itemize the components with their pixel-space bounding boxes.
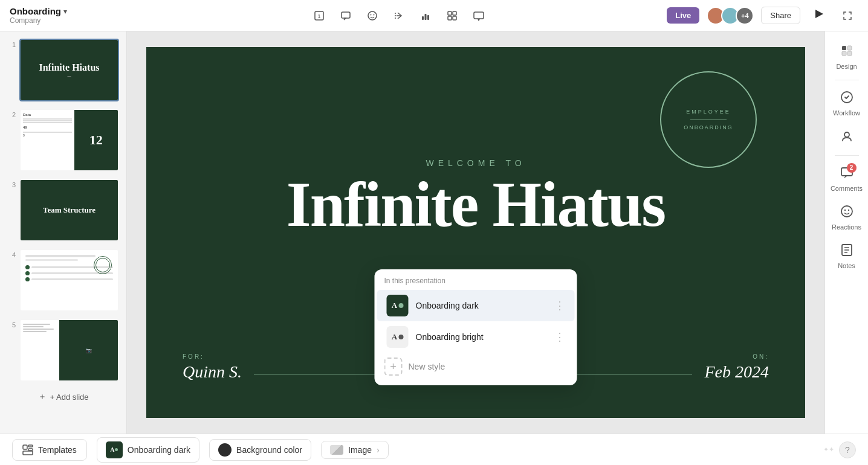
design-label: Design xyxy=(836,63,857,70)
slide2-right: 12 xyxy=(74,110,118,170)
slide3-title: Team Structure xyxy=(43,205,96,215)
svg-rect-7 xyxy=(424,14,426,20)
canvas-on-value: Feb 2024 xyxy=(704,362,769,382)
comments-label: Comments xyxy=(831,185,863,192)
reactions-label: Reactions xyxy=(832,223,861,231)
slide-thumb-5: 📷 xyxy=(19,319,119,382)
popup-plus-icon: + xyxy=(384,358,403,376)
templates-icon xyxy=(22,444,33,455)
svg-rect-15 xyxy=(842,46,846,50)
color-circle-icon xyxy=(218,443,232,457)
templates-label: Templates xyxy=(38,445,77,455)
sidebar-workflow2-btn[interactable] xyxy=(830,124,864,150)
svg-marker-14 xyxy=(815,10,823,18)
grid-btn[interactable] xyxy=(441,5,463,27)
comments-icon: 2 xyxy=(840,165,854,182)
expand-btn[interactable] xyxy=(837,5,858,27)
canvas-for-block: FOR: Quinn S. xyxy=(183,353,242,382)
slide-number-1: 1 xyxy=(7,39,16,48)
image-button[interactable]: Image › xyxy=(321,441,389,459)
popup-item-bright-menu[interactable]: ⋮ xyxy=(554,330,565,344)
emoji-icon xyxy=(366,10,378,22)
canvas-for-value: Quinn S. xyxy=(183,362,242,382)
image-label: Image xyxy=(348,445,372,455)
templates-button[interactable]: Templates xyxy=(12,439,87,461)
grid-icon xyxy=(446,10,458,22)
emoji-btn[interactable] xyxy=(361,5,383,27)
slide-item-2[interactable]: 2 Data 49 3 12 xyxy=(5,106,121,174)
svg-point-22 xyxy=(841,206,852,217)
chart-btn[interactable] xyxy=(415,5,436,27)
svg-rect-13 xyxy=(474,12,484,19)
style-icon-bright: A xyxy=(387,326,409,348)
popup-item-dark-menu[interactable]: ⋮ xyxy=(554,299,565,312)
popup-item-dark-name: Onboarding dark xyxy=(416,301,547,310)
slide-number-4: 4 xyxy=(7,249,16,258)
comment-btn[interactable] xyxy=(335,5,357,27)
avatar-count[interactable]: +4 xyxy=(736,7,754,25)
share-button[interactable]: Share xyxy=(761,7,800,24)
svg-point-20 xyxy=(844,132,849,137)
popup-item-bright[interactable]: A Onboarding bright ⋮ xyxy=(377,321,575,353)
slide-thumb-inner-5: 📷 xyxy=(21,320,118,380)
svg-rect-30 xyxy=(28,445,33,447)
live-button[interactable]: Live xyxy=(667,7,699,24)
notes-icon xyxy=(840,243,854,260)
help-button[interactable]: ? xyxy=(839,441,856,458)
add-slide-button[interactable]: ＋ + Add slide xyxy=(5,386,121,407)
background-color-button[interactable]: Background color xyxy=(209,439,311,461)
slide-item-3[interactable]: 3 Team Structure xyxy=(5,176,121,244)
canvas-circle-badge: EMPLOYEE ONBOARDING xyxy=(660,71,757,168)
add-slide-label: + Add slide xyxy=(50,393,89,402)
watermark: ✦✦ xyxy=(823,446,834,454)
canvas-for-label: FOR: xyxy=(183,353,242,360)
sidebar-reactions-btn[interactable]: Reactions xyxy=(830,199,864,236)
svg-rect-17 xyxy=(842,51,846,56)
title-dropdown-arrow: ▾ xyxy=(63,7,67,16)
canvas-center: WELCOME TO Infinite Hiatus xyxy=(287,158,665,236)
popup-new-style[interactable]: + New style xyxy=(375,353,577,380)
app-title-block[interactable]: Onboarding ▾ Company xyxy=(10,6,67,25)
slide-number-2: 2 xyxy=(7,109,16,118)
sidebar-divider-2 xyxy=(835,155,859,156)
svg-point-24 xyxy=(847,210,849,211)
workflow-icon xyxy=(840,90,854,107)
sidebar-workflow-btn[interactable]: Workflow xyxy=(830,85,864,121)
popup-item-dark[interactable]: A Onboarding dark ⋮ xyxy=(377,290,575,321)
play-icon xyxy=(812,8,824,20)
circle-text-employee: EMPLOYEE xyxy=(684,107,733,117)
avatar-group: +4 xyxy=(707,7,754,25)
slide-thumb-1: Infinite Hiatus — xyxy=(19,39,119,101)
slide-item-5[interactable]: 5 📷 xyxy=(5,316,121,384)
style-selector-button[interactable]: A Onboarding dark xyxy=(97,437,199,463)
slide-thumb-2: Data 49 3 12 xyxy=(19,109,119,172)
slide-item-1[interactable]: 1 Infinite Hiatus — xyxy=(5,36,121,104)
slide-thumb-4 xyxy=(19,249,119,312)
slide-thumb-inner-4 xyxy=(21,250,118,310)
slide-num-btn[interactable]: 1 xyxy=(308,5,330,27)
slide-item-4[interactable]: 4 xyxy=(5,246,121,314)
slide1-subtitle: — xyxy=(68,74,71,78)
share-icon xyxy=(393,10,405,22)
slide-thumb-inner-1: Infinite Hiatus — xyxy=(21,40,118,100)
present-btn[interactable] xyxy=(468,5,490,27)
canvas-area: EMPLOYEE ONBOARDING WELCOME TO Infinite … xyxy=(127,31,824,434)
share-link-btn[interactable] xyxy=(388,5,410,27)
chart-icon xyxy=(419,10,432,22)
background-color-label: Background color xyxy=(236,445,302,455)
expand-icon xyxy=(842,10,853,21)
sidebar-comments-btn[interactable]: 2 Comments xyxy=(830,161,864,197)
svg-rect-18 xyxy=(847,51,852,56)
slides-panel: 1 Infinite Hiatus — 2 Data xyxy=(0,31,127,434)
popup-section-label: In this presentation xyxy=(375,277,577,290)
play-button[interactable] xyxy=(808,5,829,25)
canvas-main-title: Infinite Hiatus xyxy=(287,173,665,236)
slide-thumb-3: Team Structure xyxy=(19,179,119,242)
topbar-left: Onboarding ▾ Company xyxy=(10,6,131,25)
svg-rect-10 xyxy=(453,11,456,15)
main-content: 1 Infinite Hiatus — 2 Data xyxy=(0,31,868,434)
svg-point-4 xyxy=(370,14,371,15)
sidebar-design-btn[interactable]: Design xyxy=(830,39,864,75)
sidebar-notes-btn[interactable]: Notes xyxy=(830,238,864,274)
comments-badge: 2 xyxy=(847,163,857,173)
